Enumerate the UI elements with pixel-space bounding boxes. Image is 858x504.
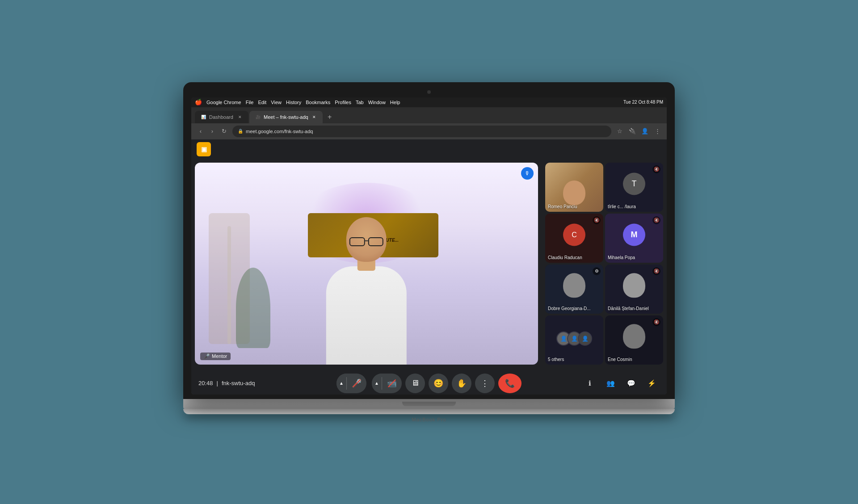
nav-refresh[interactable]: ↻ (219, 126, 229, 136)
tab-close-meet[interactable]: ✕ (311, 114, 317, 120)
laptop-shell: 🍎 Google Chrome File Edit View History B… (183, 82, 675, 422)
danila-label: Dănilă Ștefan-Daniel (608, 306, 649, 311)
menu-profiles[interactable]: Profiles (335, 100, 351, 105)
menu-bookmarks[interactable]: Bookmarks (306, 100, 330, 105)
people-button[interactable]: 👥 (602, 375, 618, 391)
tab-label-dashboard: Dashboard (209, 114, 233, 120)
screen-bezel: 🍎 Google Chrome File Edit View History B… (183, 82, 675, 399)
extension-icon[interactable]: 🔌 (627, 126, 637, 136)
tab-close-dashboard[interactable]: ✕ (237, 114, 243, 120)
participant-tile-romeo[interactable]: Romeo Panciu (545, 163, 603, 212)
camera-button[interactable]: 📹 (382, 374, 402, 393)
glasses-bridge (365, 240, 368, 241)
activities-button[interactable]: ⚡ (644, 375, 660, 391)
url-text: meet.google.com/fnk-swtu-adq (246, 129, 313, 134)
ene-mute-icon: 🔇 (652, 318, 660, 326)
raise-hand-button[interactable]: ✋ (452, 374, 471, 393)
menu-dots[interactable]: ⋮ (652, 126, 662, 136)
present-button[interactable]: 🖥 (405, 374, 425, 393)
danila-head (623, 273, 645, 298)
dobre-label: Dobre Georgiana-D... (548, 306, 591, 311)
more-options-icon: ⋮ (481, 378, 489, 388)
bookmark-icon[interactable]: ☆ (615, 126, 625, 136)
participant-tile-ene[interactable]: 🔇 Ene Cosmin (605, 315, 663, 365)
tab-add-button[interactable]: + (324, 111, 336, 123)
meeting-code: fnk-swtu-adq (222, 380, 255, 386)
menu-bar-right: Tue 22 Oct 8:48 PM (623, 100, 663, 105)
participant-tile-others[interactable]: 👤 👤 👤 5 others (545, 315, 603, 365)
apple-menu[interactable]: 🍎 (195, 99, 202, 105)
mihaela-avatar: M (623, 223, 645, 246)
dobre-head (563, 273, 585, 298)
speaker-body (326, 266, 407, 365)
secure-icon: 🔒 (238, 129, 243, 134)
claudiu-label: Claudiu Raducan (548, 255, 582, 260)
emoji-button[interactable]: 😊 (429, 374, 448, 393)
tab-label-meet: Meet – fnk-swtu-adq (264, 114, 308, 120)
meet-main: Oste BY LAURENTIU-DUTE... (191, 159, 667, 368)
tirlie-mute-icon: 🔇 (652, 165, 660, 173)
participant-tile-claudiu[interactable]: C 🔇 Claudiu Raducan (545, 214, 603, 263)
macbook-label: MacBook Pro (183, 417, 675, 422)
address-bar: ‹ › ↻ 🔒 meet.google.com/fnk-swtu-adq ☆ 🔌… (191, 123, 667, 139)
mic-control-group: ▲ 🎤 (336, 374, 366, 393)
danila-mute-icon: 🔇 (652, 267, 660, 275)
participant-tile-danila[interactable]: 🔇 Dănilă Ștefan-Daniel (605, 265, 663, 314)
meet-app: ▣ (191, 139, 667, 395)
mihaela-mute-icon: 🔇 (652, 216, 660, 224)
claudiu-mute-icon: 🔇 (593, 216, 601, 224)
menu-window[interactable]: Window (368, 100, 386, 105)
meet-time-info: 20:48 | fnk-swtu-adq (198, 380, 255, 386)
menu-tab[interactable]: Tab (356, 100, 364, 105)
laptop-screen: 🍎 Google Chrome File Edit View History B… (191, 97, 667, 395)
active-speaker-icon: 🎙 (525, 170, 530, 176)
menu-history[interactable]: History (286, 100, 301, 105)
end-call-icon: 📞 (505, 378, 515, 388)
url-bar[interactable]: 🔒 meet.google.com/fnk-swtu-adq (232, 126, 611, 137)
meet-logo-icon: ▣ (201, 146, 207, 153)
profile-icon[interactable]: 👤 (640, 126, 650, 136)
stacked-av-3: 👤 (578, 331, 592, 345)
tab-favicon-meet: 🎥 (255, 114, 261, 120)
claudiu-avatar: C (563, 223, 585, 246)
meeting-time: 20:48 (198, 380, 213, 386)
present-icon: 🖥 (411, 378, 419, 388)
os-chrome: 🍎 Google Chrome File Edit View History B… (191, 97, 667, 395)
tirlie-label: tîrlie c... /laura (608, 204, 636, 209)
others-label: 5 others (548, 357, 564, 362)
menu-edit[interactable]: Edit (258, 100, 266, 105)
info-button[interactable]: ℹ (582, 375, 598, 391)
chat-button[interactable]: 💬 (623, 375, 639, 391)
people-icon: 👥 (606, 379, 615, 387)
more-options-button[interactable]: ⋮ (475, 374, 495, 393)
video-area: Oste BY LAURENTIU-DUTE... (191, 159, 542, 368)
skeleton-silhouette (227, 226, 231, 344)
romeo-label: Romeo Panciu (548, 204, 577, 209)
nav-buttons: ‹ › ↻ (196, 126, 229, 136)
nav-back[interactable]: ‹ (196, 126, 206, 136)
glasses-right (368, 237, 383, 246)
end-call-button[interactable]: 📞 (498, 374, 522, 393)
mihaela-label: Mihaela Popa (608, 255, 635, 260)
mic-expand-button[interactable]: ▲ (336, 374, 346, 393)
speaker-video (272, 213, 461, 365)
mic-mute-button[interactable]: 🎤 (347, 374, 366, 393)
participant-tiles-grid: Romeo Panciu T 🔇 tîrlie c... /laura (545, 163, 663, 365)
laptop-notch (402, 402, 456, 406)
menu-help[interactable]: Help (390, 100, 400, 105)
menu-view[interactable]: View (271, 100, 282, 105)
menu-bar-left: 🍎 Google Chrome File Edit View History B… (195, 99, 400, 105)
nav-forward[interactable]: › (207, 126, 217, 136)
tab-dashboard[interactable]: 📊 Dashboard ✕ (195, 111, 248, 123)
participant-tile-dobre[interactable]: ⚙ Dobre Georgiana-D... (545, 265, 603, 314)
active-speaker-indicator: 🎙 (521, 167, 534, 180)
tab-meet[interactable]: 🎥 Meet – fnk-swtu-adq ✕ (249, 111, 323, 123)
stacked-avatars: 👤 👤 👤 (556, 331, 592, 345)
menu-google-chrome[interactable]: Google Chrome (206, 100, 241, 105)
participant-tile-tirlie[interactable]: T 🔇 tîrlie c... /laura (605, 163, 663, 212)
tab-bar: 📊 Dashboard ✕ 🎥 Meet – fnk-swtu-adq ✕ + (191, 107, 667, 123)
menu-file[interactable]: File (246, 100, 254, 105)
camera-expand-button[interactable]: ▲ (372, 374, 382, 393)
participant-tile-mihaela[interactable]: M 🔇 Mihaela Popa (605, 214, 663, 263)
meet-header: ▣ (191, 139, 667, 159)
